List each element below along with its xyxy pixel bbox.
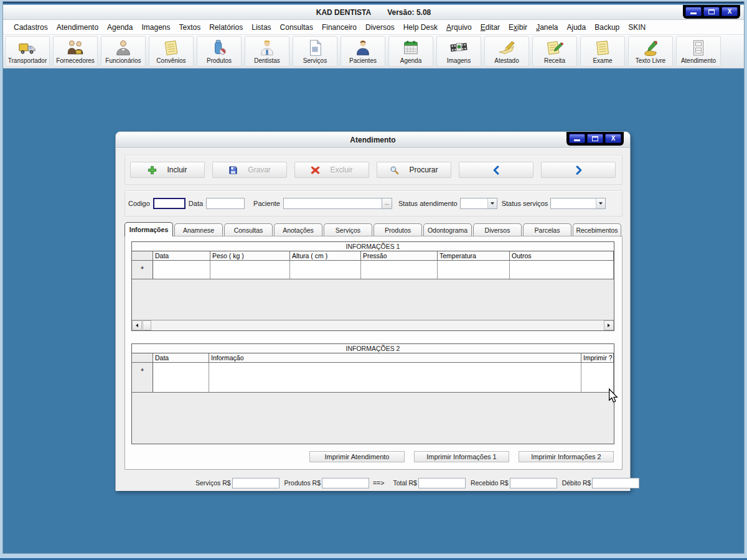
grid-cell-outros[interactable] [510,261,614,279]
column-header-data[interactable]: Data [153,353,209,362]
menu-item-diversos[interactable]: Diversos [361,21,399,34]
toolbar-button-funcionarios[interactable]: Funcionários [101,36,146,67]
scrollbar-track[interactable] [151,320,604,330]
column-header-informacao[interactable]: Informação [209,353,581,362]
produtos-input[interactable] [322,478,369,488]
toolbar-button-atestado[interactable]: Atestado [484,36,529,67]
column-header-temperatura[interactable]: Temperatura [438,251,510,260]
toolbar-button-agenda[interactable]: Agenda [388,36,433,67]
menu-item-arquivo[interactable]: Arquivo [442,21,476,34]
toolbar-button-servicos[interactable]: Serviços [293,36,337,67]
menu-item-cadastros[interactable]: Cadastros [9,21,52,34]
debito-input[interactable] [592,478,639,488]
menu-item-help-desk[interactable]: Help Desk [399,21,442,34]
toolbar-button-texto-livre[interactable]: Texto Livre [628,36,673,67]
menu-item-atendimento[interactable]: Atendimento [52,21,103,34]
atendimento-titlebar[interactable]: Atendimento X [116,132,630,148]
recebido-input[interactable] [510,478,557,488]
paciente-browse-button[interactable]: ... [382,198,392,209]
total-input[interactable] [418,478,466,488]
grid-cell-data[interactable] [153,363,209,392]
scroll-left-button[interactable] [132,320,142,330]
menu-item-backup[interactable]: Backup [590,21,624,34]
minimize-button[interactable] [685,7,702,16]
row-selector-header[interactable] [132,251,153,260]
scrollbar-thumb[interactable] [143,320,151,330]
tab-informacoes[interactable]: Informações [125,222,173,236]
toolbar-button-atendimento[interactable]: Atendimento [676,36,721,67]
column-header-peso-kg[interactable]: Peso ( kg ) [210,251,290,260]
next-button[interactable] [541,162,616,178]
imprimir-informacoes-1-button[interactable]: Imprimir Informações 1 [414,451,509,462]
toolbar-button-transportador[interactable]: Transportador [5,36,50,67]
menu-item-relatorios[interactable]: Relatórios [205,21,247,34]
grid-cell-temperatura[interactable] [438,261,510,279]
grid-cell-data[interactable] [153,261,210,279]
menu-item-financeiro[interactable]: Financeiro [317,21,361,34]
status-atendimento-select[interactable] [460,198,497,209]
gravar-button[interactable]: Gravar [212,162,287,178]
grid-cell-pressao[interactable] [361,261,438,279]
column-header-data[interactable]: Data [153,251,210,260]
column-header-altura-cm[interactable]: Altura ( cm ) [290,251,361,260]
imprimir-informacoes-2-button[interactable]: Imprimir Informações 2 [519,451,614,462]
menu-item-janela[interactable]: Janela [532,21,562,34]
procurar-button[interactable]: Procurar [377,162,451,178]
toolbar-button-produtos[interactable]: Produtos [197,36,242,67]
tab-odontograma[interactable]: Odontograma [423,223,472,236]
horizontal-scrollbar[interactable] [132,320,614,330]
menu-item-textos[interactable]: Textos [175,21,205,34]
dialog-minimize-button[interactable] [569,134,585,143]
data-input[interactable] [206,198,245,209]
incluir-button[interactable]: Incluir [130,162,205,178]
chevron-down-icon[interactable] [487,198,497,208]
search-icon [390,166,399,175]
tab-consultas[interactable]: Consultas [224,223,273,236]
close-button[interactable]: X [721,7,738,16]
row-selector-header[interactable] [132,353,153,362]
toolbar-button-fornecedores[interactable]: Fornecedores [53,36,98,67]
imprimir-atendimento-button[interactable]: Imprimir Atendimento [309,451,405,462]
tab-recebimentos[interactable]: Recebimentos [573,223,621,236]
grid-cell-informacao[interactable] [209,363,581,392]
column-header-imprimir[interactable]: Imprimir ? [581,353,614,362]
excluir-button[interactable]: Excluir [294,162,369,178]
tab-diversos[interactable]: Diversos [473,223,522,236]
menu-item-listas[interactable]: Listas [247,21,275,34]
prev-button[interactable] [459,162,533,178]
status-servicos-select[interactable] [550,198,606,209]
toolbar-button-label: Exame [593,57,612,64]
scroll-right-button[interactable] [604,320,614,330]
toolbar-button-dentistas[interactable]: Dentistas [245,36,289,67]
tab-servicos[interactable]: Serviços [324,223,372,236]
menu-item-editar[interactable]: Editar [476,21,504,34]
toolbar-button-pacientes[interactable]: Pacientes [341,36,385,67]
tab-produtos[interactable]: Produtos [374,223,422,236]
main-titlebar[interactable]: KAD DENTISTAVersão: 5.08 X [3,5,744,20]
menu-item-ajuda[interactable]: Ajuda [563,21,591,34]
grid-cell-altura-cm[interactable] [290,261,361,279]
toolbar-button-imagens[interactable]: Imagens [436,36,481,67]
servicos-input[interactable] [232,478,280,488]
column-header-pressao[interactable]: Pressão [361,251,438,260]
paciente-input[interactable] [283,198,382,209]
dialog-close-button[interactable]: X [605,134,621,143]
toolbar-button-convenios[interactable]: Convênios [149,36,194,67]
chevron-down-icon[interactable] [596,198,605,208]
grid-cell-peso-kg[interactable] [210,261,290,279]
tab-anotacoes[interactable]: Anotações [274,223,322,236]
maximize-button[interactable] [703,7,720,16]
grid-cell-imprimir[interactable] [581,363,614,392]
dialog-maximize-button[interactable] [587,134,603,143]
toolbar-button-exame[interactable]: Exame [580,36,625,67]
menu-item-imagens[interactable]: Imagens [137,21,174,34]
menu-item-agenda[interactable]: Agenda [103,21,137,34]
toolbar-button-receita[interactable]: Receita [532,36,577,67]
column-header-outros[interactable]: Outros [510,251,614,260]
menu-item-skin[interactable]: SKIN [624,21,650,34]
codigo-input[interactable] [153,198,186,209]
tab-parcelas[interactable]: Parcelas [523,223,571,236]
menu-item-consultas[interactable]: Consultas [276,21,317,34]
tab-anamnese[interactable]: Anamnese [174,223,223,236]
menu-item-exibir[interactable]: Exibir [504,21,532,34]
